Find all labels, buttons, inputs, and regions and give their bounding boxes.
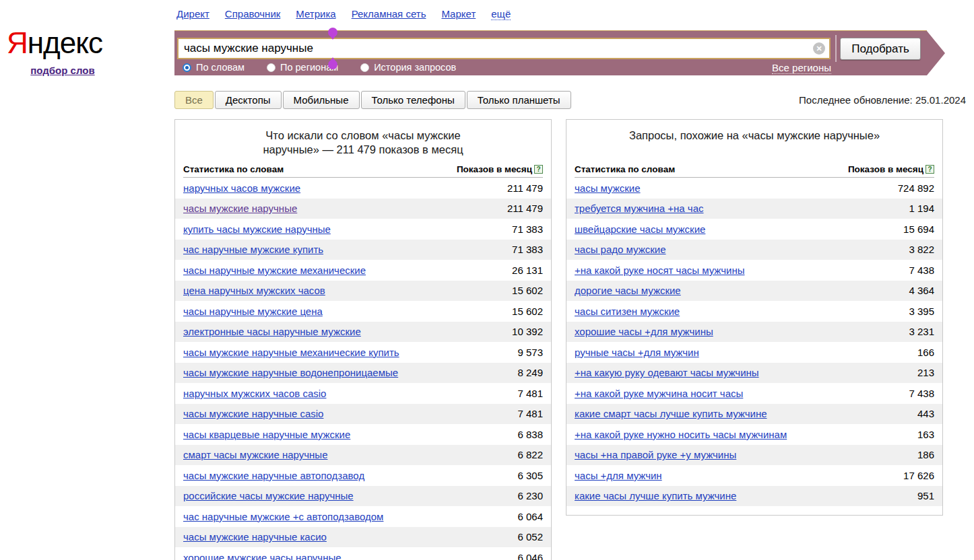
table-row: часы мужские наручные casio7 481 [175, 404, 551, 425]
keyword-link[interactable]: часы +для мужчин [575, 470, 662, 481]
query-wrap: ✕ [177, 38, 831, 59]
last-update-label: Последнее обновление: 25.01.2024 [799, 94, 966, 106]
radio-option-by-words[interactable]: По словам [183, 62, 245, 73]
impressions-value: 9 573 [517, 347, 543, 358]
keyword-link[interactable]: час наручные мужские +с автоподзаводом [183, 511, 383, 522]
wordstat-home-link[interactable]: подбор слов [30, 65, 94, 76]
impressions-value: 211 479 [507, 203, 543, 214]
keyword-link[interactable]: швейцарские часы мужские [575, 223, 705, 235]
help-icon[interactable]: ? [926, 165, 934, 174]
impressions-value: 15 602 [512, 306, 543, 317]
keyword-link[interactable]: часы мужские наручные механические купит… [183, 347, 399, 358]
table-header: Статистика по словам Показов в месяц ? [575, 164, 934, 178]
keyword-link[interactable]: требуется мужчина +на час [575, 203, 704, 214]
keyword-link[interactable]: +на какой руке мужчина носит часы [575, 388, 743, 399]
keyword-link[interactable]: электронные часы наручные мужские [183, 326, 361, 337]
table-row: часы +для мужчин17 626 [566, 465, 942, 486]
radio-icon[interactable] [183, 63, 191, 72]
keyword-link[interactable]: +на какой руке нужно носить часы мужчина… [575, 429, 787, 440]
impressions-value: 7 438 [909, 265, 934, 276]
bar-separator [835, 35, 837, 62]
table-row: час наручные мужские купить71 383 [175, 240, 551, 260]
table-row: часы кварцевые наручные мужские6 838 [175, 424, 551, 445]
keyword-link[interactable]: часы кварцевые наручные мужские [183, 429, 350, 440]
column-count-text: Показов в месяц [848, 164, 923, 174]
table-row: часы мужские наручные автоподзавод6 305 [175, 465, 551, 486]
keyword-link[interactable]: смарт часы мужские наручные [183, 449, 327, 460]
table-row: российские часы мужские наручные6 230 [175, 486, 551, 507]
all-regions-link[interactable]: Все регионы [772, 62, 831, 74]
keyword-link[interactable]: +на какой руке носят часы мужчины [575, 265, 745, 276]
search-input[interactable] [177, 38, 831, 59]
keyword-link[interactable]: часы радо мужские [575, 244, 666, 255]
keyword-link[interactable]: часы ситизен мужские [575, 306, 680, 317]
keyword-link[interactable]: наручных часов мужские [183, 182, 300, 194]
tab-desktops[interactable]: Десктопы [215, 91, 282, 109]
impressions-value: 6 822 [517, 449, 543, 460]
keyword-link[interactable]: цена наручных мужских часов [183, 285, 325, 296]
nav-link-market[interactable]: Маркет [441, 8, 476, 20]
tab-all[interactable]: Все [174, 91, 214, 109]
impressions-value: 724 892 [898, 182, 934, 194]
nav-link-metrika[interactable]: Метрика [296, 8, 335, 20]
cursor-marker-top-icon [328, 28, 337, 37]
nav-link-more[interactable]: ещё [491, 8, 511, 20]
top-nav: ДиректСправочникМетрикаРекламная сетьМар… [176, 8, 511, 20]
impressions-value: 15 602 [512, 285, 543, 296]
keyword-link[interactable]: дорогие часы мужские [575, 285, 681, 296]
keyword-link[interactable]: хорошие мужские часы наручные [183, 552, 342, 560]
keyword-link[interactable]: часы наручные мужские механические [183, 265, 366, 276]
column-word-label: Статистика по словам [575, 164, 675, 174]
keyword-link[interactable]: часы мужские наручные автоподзавод [183, 470, 364, 481]
cursor-marker-bottom-icon [328, 60, 337, 69]
keyword-link[interactable]: часы +на правой руке +у мужчины [575, 449, 736, 460]
tab-tablets-only[interactable]: Только планшеты [467, 91, 571, 109]
table-row: какие смарт часы лучше купить мужчине443 [566, 404, 942, 425]
nav-link-spravochnik[interactable]: Справочник [225, 8, 281, 20]
keyword-link[interactable]: часы наручные мужские цена [183, 306, 323, 317]
table-row: смарт часы мужские наручные6 822 [175, 445, 551, 466]
tab-mobile[interactable]: Мобильные [283, 91, 360, 109]
panel-title-line: наручные» — 211 479 показов в месяц [175, 143, 551, 157]
keyword-link[interactable]: какие смарт часы лучше купить мужчине [575, 408, 767, 419]
table-row: часы мужские наручные механические купит… [175, 342, 551, 363]
yandex-logo[interactable]: Яндекс [5, 27, 120, 59]
impressions-value: 6 064 [517, 511, 543, 522]
clear-input-icon[interactable]: ✕ [813, 42, 825, 55]
keyword-link[interactable]: ручные часы +для мужчин [575, 347, 699, 358]
table-row: купить часы мужские наручные71 383 [175, 219, 551, 240]
table-row: ручные часы +для мужчин166 [566, 342, 942, 363]
table-row: часы ситизен мужские3 395 [566, 301, 942, 322]
impressions-value: 15 694 [903, 223, 934, 235]
keyword-link[interactable]: часы мужские наручные водонепроницаемые [183, 367, 398, 378]
column-count-text: Показов в месяц [457, 164, 532, 174]
radio-icon[interactable] [267, 63, 275, 72]
keyword-link[interactable]: российские часы мужские наручные [183, 490, 354, 501]
impressions-value: 186 [917, 449, 934, 460]
keyword-link[interactable]: часы мужские наручные касио [183, 531, 327, 542]
search-bar: ✕ Подобрать По словамПо регионамИстория … [174, 30, 927, 75]
panel-title-line: Что искали со словом «часы мужские [175, 129, 551, 143]
radio-icon[interactable] [360, 63, 369, 72]
keyword-link[interactable]: часы мужские наручные casio [183, 408, 323, 419]
keyword-link[interactable]: часы мужские [575, 182, 641, 194]
keyword-link[interactable]: час наручные мужские купить [183, 244, 323, 255]
keyword-link[interactable]: часы мужские наручные [183, 203, 297, 214]
table-row: цена наручных мужских часов15 602 [175, 281, 551, 302]
keyword-link[interactable]: какие часы лучше купить мужчине [575, 490, 736, 501]
tab-phones-only[interactable]: Только телефоны [361, 91, 465, 109]
logo-rest: ндекс [28, 26, 102, 59]
keyword-link[interactable]: купить часы мужские наручные [183, 223, 331, 235]
radio-option-query-history[interactable]: История запросов [360, 62, 456, 73]
table-body: наручных часов мужские211 479часы мужски… [175, 178, 551, 560]
table-row: часы мужские наручные211 479 [175, 199, 551, 219]
similar-queries-panel: Запросы, похожие на «часы мужские наручн… [566, 119, 943, 516]
nav-link-direct[interactable]: Директ [176, 8, 209, 20]
keyword-link[interactable]: хорошие часы +для мужчины [575, 326, 713, 337]
help-icon[interactable]: ? [534, 165, 543, 174]
impressions-value: 71 383 [512, 244, 543, 255]
keyword-link[interactable]: наручных мужских часов casio [183, 388, 326, 399]
submit-button[interactable]: Подобрать [840, 38, 921, 60]
nav-link-ad-network[interactable]: Рекламная сеть [352, 8, 426, 20]
keyword-link[interactable]: +на какую руку одевают часы мужчины [575, 367, 759, 378]
